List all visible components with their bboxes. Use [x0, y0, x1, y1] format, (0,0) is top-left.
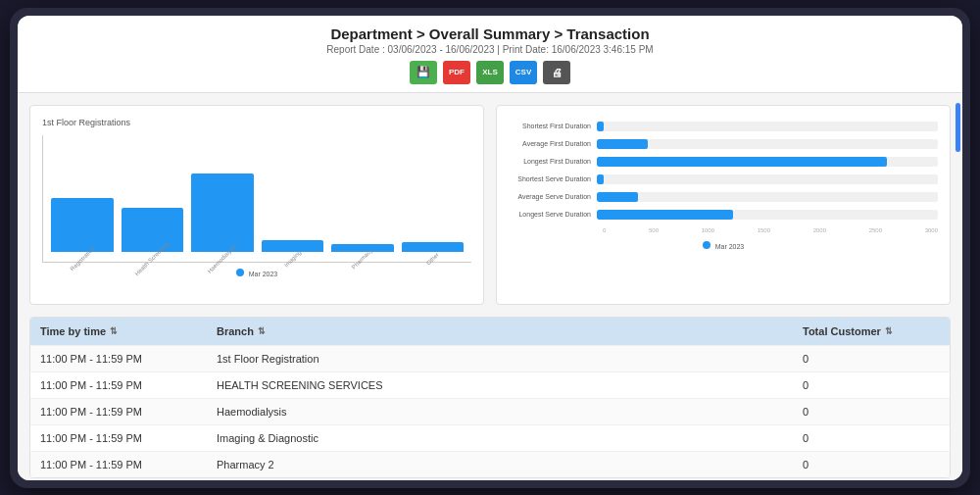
table-row: 11:00 PM - 11:59 PM Pharmacy 2 0: [30, 451, 950, 477]
hbar-fill-1: [597, 122, 604, 131]
hbar-fill-3: [597, 157, 887, 167]
hbar-fill-4: [597, 174, 604, 184]
legend-dot-left: [236, 269, 244, 276]
bar-group-2: Health Screening: [122, 208, 184, 262]
hbar-fill-5: [597, 192, 638, 202]
bar-6: [402, 242, 465, 252]
right-chart-legend: Mar 2023: [509, 241, 938, 250]
bar-2: [122, 208, 184, 252]
print-button[interactable]: 🖨: [543, 61, 570, 84]
hbar-fill-2: [597, 139, 648, 149]
screen: Department > Overall Summary > Transacti…: [18, 16, 962, 480]
bar-4: [262, 240, 324, 252]
scrollbar[interactable]: [956, 103, 960, 152]
toolbar: 💾 PDF XLS CSV 🖨: [18, 61, 962, 84]
hbar-x-axis: 0 500 1000 1500 2000 2500 3000: [603, 227, 938, 233]
bar-group-4: Imaging: [262, 240, 324, 262]
hbar-row-6: Longest Serve Duration: [509, 210, 938, 220]
table-row: 11:00 PM - 11:59 PM Imaging & Diagnostic…: [30, 424, 950, 451]
sort-icon-total[interactable]: ⇅: [885, 326, 893, 336]
left-chart-legend: Mar 2023: [42, 269, 471, 277]
charts-row: 1st Floor Registrations Registration Hea…: [29, 105, 951, 305]
table-row: 11:00 PM - 11:59 PM HEALTH SCREENING SER…: [30, 371, 950, 398]
save-button[interactable]: 💾: [410, 61, 437, 84]
breadcrumb: Department > Overall Summary > Transacti…: [18, 25, 962, 42]
left-chart-title: 1st Floor Registrations: [42, 118, 471, 127]
sort-icon-time[interactable]: ⇅: [110, 326, 118, 336]
header: Department > Overall Summary > Transacti…: [18, 16, 962, 93]
left-bar-chart: Registration Health Screening Haemodialy…: [42, 135, 471, 292]
bar-group-1: Registration: [51, 198, 114, 262]
right-bar-chart: Shortest First Duration Average First Du…: [509, 118, 938, 254]
left-chart-card: 1st Floor Registrations Registration Hea…: [29, 105, 484, 305]
col-header-branch: Branch ⇅: [207, 318, 793, 345]
table-row: 11:00 PM - 11:59 PM Haemodialysis 0: [30, 398, 950, 424]
xls-button[interactable]: XLS: [476, 61, 504, 84]
hbar-row-1: Shortest First Duration: [509, 122, 938, 131]
hbar-row-2: Average First Duration: [509, 139, 938, 149]
bar-3: [191, 173, 254, 252]
right-chart-card: Shortest First Duration Average First Du…: [496, 105, 951, 305]
csv-button[interactable]: CSV: [510, 61, 537, 84]
hbar-row-3: Longest First Duration: [509, 157, 938, 167]
report-date: Report Date : 03/06/2023 - 16/06/2023 | …: [18, 44, 962, 55]
hbar-fill-6: [597, 210, 733, 220]
legend-dot-right: [703, 241, 710, 249]
table-row: 11:00 PM - 11:59 PM 1st Floor Registrati…: [30, 345, 950, 371]
hbar-row-5: Average Serve Duration: [509, 192, 938, 202]
hbar-row-4: Shortest Serve Duration: [509, 174, 938, 184]
bar-group-3: Haemodialysis: [191, 173, 254, 262]
bar-group-6: Other: [402, 242, 465, 262]
content-area: 1st Floor Registrations Registration Hea…: [18, 93, 962, 480]
bar-group-5: Pharmacy: [331, 244, 394, 262]
col-header-total: Total Customer ⇅: [793, 318, 950, 345]
pdf-button[interactable]: PDF: [443, 61, 470, 84]
data-table: Time by time ⇅ Branch ⇅ Total Customer ⇅…: [29, 317, 951, 478]
device-frame: Department > Overall Summary > Transacti…: [10, 8, 970, 488]
col-header-time: Time by time ⇅: [30, 318, 207, 345]
bar-5: [331, 244, 394, 252]
bar-1: [51, 198, 114, 252]
sort-icon-branch[interactable]: ⇅: [258, 326, 266, 336]
table-header-row: Time by time ⇅ Branch ⇅ Total Customer ⇅: [30, 318, 950, 345]
